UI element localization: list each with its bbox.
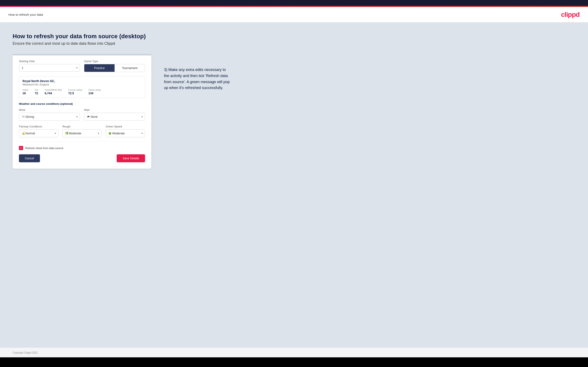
starting-hole-group: Starting Hole 1 ▾ (19, 60, 80, 72)
fairway-group: Fairway Conditions Normal ▾ (19, 125, 58, 137)
wind-icon (22, 115, 26, 119)
game-type-toggle: Practice Tournament (84, 64, 145, 72)
logo: clippd (561, 11, 579, 18)
green-speed-group: Green Speed Moderate ▾ (106, 125, 145, 137)
rain-label: Rain (84, 108, 145, 111)
stat-holes-label: Holes (23, 89, 28, 91)
starting-hole-chevron: ▾ (76, 66, 78, 69)
green-speed-select[interactable]: Moderate ▾ (106, 129, 145, 137)
content-row: Starting Hole 1 ▾ Game Type Practice Tou… (13, 54, 575, 169)
rough-select[interactable]: Moderate ▾ (62, 129, 102, 137)
stat-par: Par 72 (35, 89, 38, 95)
rain-select[interactable]: None ▾ (84, 113, 145, 121)
form-card: Starting Hole 1 ▾ Game Type Practice Tou… (13, 54, 151, 169)
course-info-box: Royal North Devon GC, Westward Ho!, Engl… (19, 76, 145, 98)
green-speed-icon (108, 131, 112, 135)
stat-yards-value: 6,744 (44, 92, 62, 95)
main-content: How to refresh your data from source (de… (0, 23, 588, 348)
rain-icon (87, 115, 91, 119)
green-speed-value: Moderate (112, 132, 125, 135)
rough-value: Moderate (69, 132, 81, 135)
cancel-button[interactable]: Cancel (19, 154, 40, 162)
header: How to refresh your data clippd (0, 7, 588, 23)
rain-group: Rain None ▾ (84, 108, 145, 121)
wind-group: Wind Strong ▾ (19, 108, 80, 121)
stat-slope-rating-label: Slope rating (88, 89, 101, 91)
tournament-toggle-button[interactable]: Tournament (115, 64, 145, 72)
fairway-label: Fairway Conditions (19, 125, 58, 128)
course-stats: Holes 18 Par 72 Yards/White (M)) 6,744 C… (23, 89, 141, 95)
fairway-icon (22, 131, 26, 135)
rain-value: None (91, 115, 97, 118)
course-location: Westward Ho!, England (23, 83, 141, 86)
starting-hole-game-type-row: Starting Hole 1 ▾ Game Type Practice Tou… (19, 60, 145, 72)
stat-yards: Yards/White (M)) 6,744 (44, 89, 62, 95)
fairway-value: Normal (26, 132, 35, 135)
footer: Copyright Clippd 2022 (0, 348, 588, 357)
fairway-chevron: ▾ (55, 132, 56, 135)
green-speed-label: Green Speed (106, 125, 145, 128)
refresh-checkbox-label: Refresh shots from data source (25, 147, 63, 150)
page-subheading: Ensure the correct and most up to date d… (13, 41, 575, 46)
top-bar (0, 0, 588, 6)
stat-par-label: Par (35, 89, 38, 91)
rain-chevron: ▾ (141, 115, 143, 118)
rough-group: Rough Moderate ▾ (62, 125, 102, 137)
green-speed-chevron: ▾ (141, 132, 143, 135)
side-note: 3) Make any extra edits necessary to the… (164, 54, 231, 91)
wind-select[interactable]: Strong ▾ (19, 113, 80, 121)
stat-slope-rating: Slope rating 134 (88, 89, 101, 95)
rough-chevron: ▾ (98, 132, 99, 135)
button-row: Cancel Save Details (19, 154, 145, 162)
page-heading: How to refresh your data from source (de… (13, 33, 575, 40)
starting-hole-label: Starting Hole (19, 60, 80, 63)
stat-slope-rating-value: 134 (88, 92, 101, 95)
stat-holes: Holes 18 (23, 89, 28, 95)
wind-rain-row: Wind Strong ▾ Rain None ▾ (19, 108, 145, 121)
stat-course-rating-value: 72.5 (68, 92, 82, 95)
wind-label: Wind (19, 108, 80, 111)
rough-icon (65, 131, 69, 135)
header-title: How to refresh your data (9, 13, 43, 16)
wind-chevron: ▾ (76, 115, 78, 118)
refresh-checkbox[interactable]: ✓ (19, 146, 23, 150)
game-type-label: Game Type (84, 60, 145, 63)
rough-label: Rough (62, 125, 102, 128)
fairway-rough-green-row: Fairway Conditions Normal ▾ Rough Modera… (19, 125, 145, 137)
course-name: Royal North Devon GC, (23, 79, 141, 83)
save-details-button[interactable]: Save Details (117, 154, 145, 162)
practice-toggle-button[interactable]: Practice (84, 64, 115, 72)
stat-holes-value: 18 (23, 92, 28, 95)
copyright-text: Copyright Clippd 2022 (13, 351, 38, 354)
fairway-select[interactable]: Normal ▾ (19, 129, 58, 137)
divider (19, 142, 145, 142)
starting-hole-select[interactable]: 1 ▾ (19, 64, 80, 72)
card-top-strip (13, 54, 151, 55)
stat-course-rating: Course rating 72.5 (68, 89, 82, 95)
stat-par-value: 72 (35, 92, 38, 95)
starting-hole-value: 1 (22, 66, 23, 69)
refresh-checkbox-row: ✓ Refresh shots from data source (19, 146, 145, 150)
conditions-section-title: Weather and course conditions (optional) (19, 102, 145, 105)
side-note-text: 3) Make any extra edits necessary to the… (164, 67, 231, 91)
game-type-group: Game Type Practice Tournament (84, 60, 145, 72)
stat-yards-label: Yards/White (M)) (44, 89, 62, 91)
wind-value: Strong (26, 115, 34, 118)
stat-course-rating-label: Course rating (68, 89, 82, 91)
